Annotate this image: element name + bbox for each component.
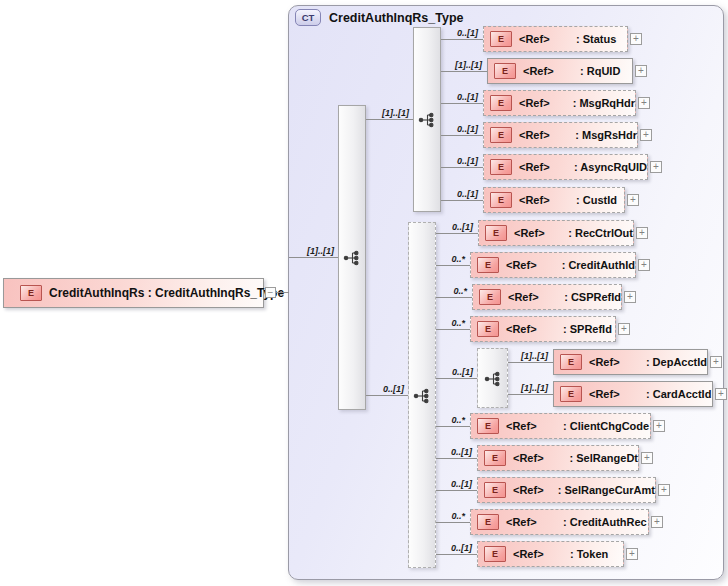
element-icon: E (560, 386, 582, 402)
connector-line (441, 103, 483, 104)
connector-line (441, 135, 483, 136)
element-ref-label: <Ref> (506, 420, 563, 432)
complex-type-icon: CT (295, 9, 321, 26)
element-box[interactable]: E<Ref>: CustId (483, 187, 625, 213)
complex-type-title: CreditAuthInqRs_Type (329, 11, 464, 25)
element-icon: E (485, 225, 507, 241)
element-ref-label: <Ref> (506, 259, 562, 271)
expand-button[interactable]: + (635, 65, 647, 77)
element-name: : CardAcctId (646, 388, 711, 400)
expand-button[interactable]: + (640, 129, 652, 141)
expand-button[interactable]: + (636, 227, 648, 239)
root-element-box[interactable]: E CreditAuthInqRs : CreditAuthInqRs_Type (3, 278, 264, 308)
element-ref-label: <Ref> (519, 129, 575, 141)
expand-button[interactable]: + (638, 97, 650, 109)
expand-button[interactable]: + (710, 356, 722, 368)
element-box[interactable]: E<Ref>: AsyncRqUID (483, 154, 648, 180)
element-ref-label: <Ref> (508, 291, 564, 303)
element-icon: E (20, 285, 42, 301)
connector-line (289, 257, 338, 258)
element-box[interactable]: E<Ref>: SPRefId (470, 316, 616, 342)
element-box[interactable]: E<Ref>: Token (477, 541, 624, 567)
element-ref-label: <Ref> (514, 227, 568, 239)
cardinality-label: 0..[1] (451, 543, 472, 553)
expand-button[interactable]: + (658, 484, 670, 496)
cardinality-label: 0..[1] (457, 189, 478, 199)
connector-line (366, 119, 413, 120)
connector-line (436, 426, 470, 427)
element-name: : CustId (576, 194, 617, 206)
element-name: : CreditAuthId (562, 259, 635, 271)
cardinality-label: 0..* (451, 254, 465, 264)
outer-sequence[interactable] (338, 105, 366, 410)
connector-line (436, 554, 477, 555)
connector-line (436, 522, 470, 523)
element-box[interactable]: E<Ref>: RqUID (487, 58, 633, 84)
element-box[interactable]: E<Ref>: CSPRefId (472, 284, 622, 310)
element-name: : Status (576, 33, 616, 45)
body-sequence[interactable] (408, 222, 436, 568)
element-icon: E (484, 482, 506, 498)
element-box[interactable]: E<Ref>: CreditAuthRec (470, 509, 649, 535)
expand-button[interactable]: + (624, 291, 636, 303)
diagram-canvas: CT CreditAuthInqRs_Type E CreditAuthInqR… (0, 0, 728, 586)
cardinality-label: 0..[1] (451, 447, 472, 457)
element-ref-label: <Ref> (506, 516, 563, 528)
element-name: : RecCtrlOut (568, 227, 633, 239)
element-name: : ClientChgCode (563, 420, 649, 432)
acct-sequence[interactable] (477, 348, 508, 408)
expand-button[interactable]: + (626, 548, 638, 560)
element-box[interactable]: E<Ref>: SelRangeDt (477, 445, 639, 471)
element-name: : Token (570, 548, 608, 560)
element-name: : DepAcctId (646, 356, 707, 368)
element-name: : MsgRqHdr (573, 97, 635, 109)
element-box[interactable]: E<Ref>: MsgRqHdr (483, 90, 636, 116)
element-ref-label: <Ref> (513, 548, 570, 560)
connector-line (436, 329, 470, 330)
element-box[interactable]: E<Ref>: CardAcctId (553, 381, 713, 407)
element-name: : SelRangeCurAmt (558, 484, 655, 496)
element-box[interactable]: E<Ref>: MsgRsHdr (483, 122, 638, 148)
connector-line (508, 362, 553, 363)
element-box[interactable]: E<Ref>: Status (483, 26, 628, 52)
header-sequence[interactable] (413, 27, 441, 212)
expand-button[interactable]: + (638, 259, 650, 271)
element-name: : CSPRefId (564, 291, 621, 303)
expand-button[interactable]: + (630, 33, 642, 45)
element-box[interactable]: E<Ref>: SelRangeCurAmt (477, 477, 656, 503)
cardinality-label: [1]..[1] (521, 351, 548, 361)
connector-line (436, 265, 470, 266)
cardinality-label: 0..[1] (452, 222, 473, 232)
element-box[interactable]: E<Ref>: CreditAuthId (470, 252, 636, 278)
element-icon: E (477, 257, 499, 273)
expand-button[interactable]: + (651, 516, 663, 528)
collapse-button[interactable]: − (265, 287, 276, 298)
expand-button[interactable]: + (653, 420, 665, 432)
cardinality-label: 0..[1] (457, 92, 478, 102)
element-ref-label: <Ref> (506, 323, 563, 335)
element-box[interactable]: E<Ref>: ClientChgCode (470, 413, 651, 439)
expand-button[interactable]: + (650, 161, 662, 173)
expand-button[interactable]: + (641, 452, 653, 464)
element-ref-label: <Ref> (519, 97, 573, 109)
element-icon: E (477, 514, 499, 530)
element-box[interactable]: E<Ref>: DepAcctId (553, 349, 708, 375)
cardinality-label: 0..* (451, 318, 465, 328)
expand-button[interactable]: + (618, 323, 630, 335)
element-icon: E (477, 418, 499, 434)
expand-button[interactable]: + (627, 194, 639, 206)
element-icon: E (490, 31, 512, 47)
cardinality-label: 0..[1] (457, 156, 478, 166)
element-icon: E (490, 192, 512, 208)
element-ref-label: <Ref> (513, 452, 570, 464)
connector-line (441, 200, 483, 201)
element-icon: E (560, 354, 582, 370)
connector-line (436, 297, 472, 298)
expand-button[interactable]: + (715, 388, 727, 400)
element-icon: E (484, 450, 506, 466)
cardinality-label: 0..[1] (457, 28, 478, 38)
element-box[interactable]: E<Ref>: RecCtrlOut (478, 220, 634, 246)
element-ref-label: <Ref> (513, 484, 558, 496)
element-ref-label: <Ref> (519, 194, 576, 206)
sequence-icon (484, 371, 502, 387)
